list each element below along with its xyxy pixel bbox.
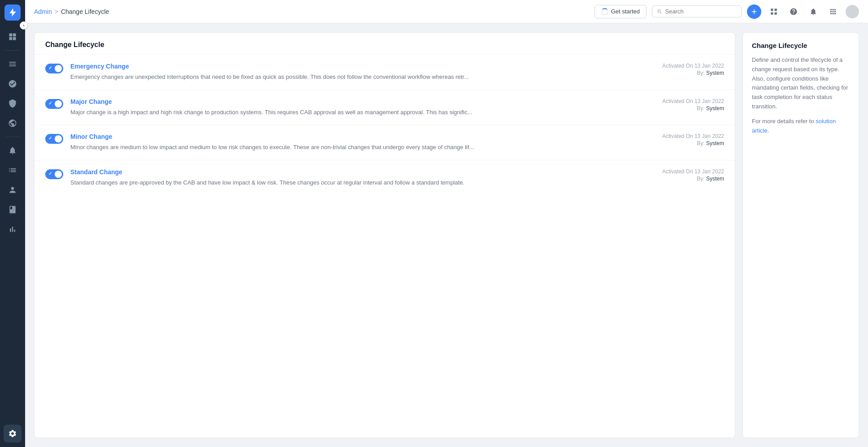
toggle-knob [55,100,62,107]
sidebar-bottom [4,425,22,443]
sidebar-nav [0,28,25,425]
sidebar-divider-2 [5,137,20,137]
item-desc-standard: Standard changes are pre-approved by the… [70,178,645,187]
toggle-knob [55,171,62,178]
right-panel-title: Change Lifecycle [752,42,850,49]
toggle-major[interactable]: ✓ [45,99,63,109]
sidebar-item-settings[interactable] [4,425,22,443]
item-meta-emergency: Activated On 13 Jan 2022 By: System [652,63,724,76]
item-activated-major: Activated On 13 Jan 2022 [652,98,724,104]
user-avatar[interactable] [846,5,859,18]
item-by-minor: By: System [652,140,724,146]
sidebar-item-shield[interactable] [4,95,22,112]
toggle-knob [55,135,62,142]
get-started-button[interactable]: Get started [595,5,647,18]
topbar: Admin > Change Lifecycle Get started [25,0,868,23]
toggle-knob [55,65,62,72]
grid-view-button[interactable] [767,4,781,19]
item-by-major: By: System [652,105,724,112]
item-meta-major: Activated On 13 Jan 2022 By: System [652,98,724,112]
toggle-check: ✓ [48,136,52,141]
main-area: Admin > Change Lifecycle Get started [25,0,868,447]
sidebar-item-chart[interactable] [4,75,22,93]
item-desc-emergency: Emergency changes are unexpected interru… [70,73,645,82]
right-panel-link-text: For more details refer to solution artic… [752,117,850,136]
notification-button[interactable] [806,4,820,19]
lifecycle-item-standard: ✓ Standard Change Standard changes are p… [35,160,735,195]
search-input[interactable] [665,8,737,15]
item-meta-standard: Activated On 13 Jan 2022 By: System [652,168,724,182]
search-icon [657,9,663,15]
item-title-major[interactable]: Major Change [70,98,645,105]
app-logo[interactable] [4,4,21,21]
more-details-prefix: For more details refer to [752,118,816,125]
sidebar-item-person[interactable] [4,181,22,199]
add-button[interactable] [747,4,761,19]
item-content-emergency: Emergency Change Emergency changes are u… [70,63,645,82]
item-activated-emergency: Activated On 13 Jan 2022 [652,63,724,69]
sidebar-collapse-button[interactable] [20,21,28,30]
get-started-label: Get started [611,8,640,15]
sidebar-divider-1 [5,50,20,51]
item-desc-major: Major change is a high impact and high r… [70,108,645,117]
item-content-standard: Standard Change Standard changes are pre… [70,168,645,187]
item-content-major: Major Change Major change is a high impa… [70,98,645,117]
item-meta-minor: Activated On 13 Jan 2022 By: System [652,133,724,146]
breadcrumb-separator: > [55,8,58,15]
toggle-check: ✓ [48,171,52,176]
lifecycle-item-minor: ✓ Minor Change Minor changes are medium … [35,125,735,160]
toggle-check: ✓ [48,101,52,106]
item-desc-minor: Minor changes are medium to low impact a… [70,143,645,152]
item-title-standard[interactable]: Standard Change [70,168,645,176]
item-title-minor[interactable]: Minor Change [70,133,645,140]
main-panel: Change Lifecycle ✓ Emergency Change Emer… [34,32,735,438]
apps-button[interactable] [826,4,840,19]
sidebar-item-list[interactable] [4,161,22,179]
item-activated-standard: Activated On 13 Jan 2022 [652,168,724,175]
panel-title: Change Lifecycle [35,33,735,55]
breadcrumb-current-page: Change Lifecycle [61,8,109,15]
item-by-standard: By: System [652,176,724,182]
help-button[interactable] [786,4,801,19]
right-panel-description: Define and control the lifecycle of a ch… [752,56,850,112]
toggle-minor[interactable]: ✓ [45,134,63,144]
lifecycle-item-emergency: ✓ Emergency Change Emergency changes are… [35,55,735,90]
toggle-emergency[interactable]: ✓ [45,64,63,73]
sidebar-item-globe[interactable] [4,114,22,132]
item-content-minor: Minor Change Minor changes are medium to… [70,133,645,152]
toggle-standard[interactable]: ✓ [45,169,63,179]
item-title-emergency[interactable]: Emergency Change [70,63,645,70]
breadcrumb: Admin > Change Lifecycle [34,8,109,15]
lifecycle-item-major: ✓ Major Change Major change is a high im… [35,90,735,125]
sidebar-item-menu[interactable] [4,55,22,73]
breadcrumb-admin[interactable]: Admin [34,8,52,15]
spinner-icon [601,8,608,15]
sidebar-item-book[interactable] [4,201,22,219]
sidebar-item-alert[interactable] [4,142,22,159]
sidebar-item-dashboard[interactable] [4,28,22,46]
toggle-check: ✓ [48,65,52,70]
sidebar [0,0,25,447]
content-area: Change Lifecycle ✓ Emergency Change Emer… [25,23,868,447]
item-by-emergency: By: System [652,70,724,76]
item-activated-minor: Activated On 13 Jan 2022 [652,133,724,139]
search-box[interactable] [652,5,742,17]
sidebar-item-bar-chart[interactable] [4,220,22,238]
right-panel: Change Lifecycle Define and control the … [742,32,859,438]
